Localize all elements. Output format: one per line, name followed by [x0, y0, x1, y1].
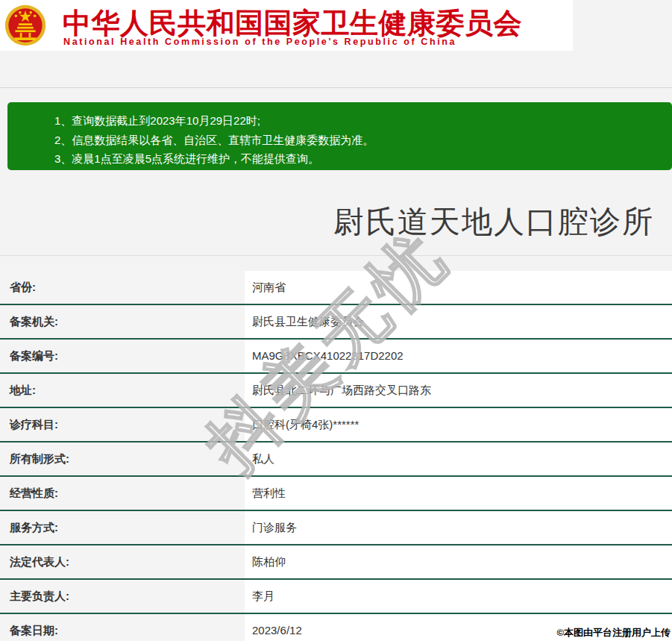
row-label: 经营性质:	[0, 477, 245, 510]
table-row-province: 省份: 河南省	[0, 271, 672, 305]
table-row-filing-number: 备案编号: MA9G8XBCX41022317D2202	[0, 340, 672, 374]
row-label: 备案日期:	[0, 614, 245, 641]
clinic-name-title: 尉氏道天地人口腔诊所	[0, 201, 654, 243]
page: 中华人民共和国国家卫生健康委员会 National Health Commiss…	[0, 0, 672, 641]
record-table: 省份: 河南省 备案机关: 尉氏县卫生健康委员会 备案编号: MA9G8XBCX…	[0, 271, 672, 641]
row-value: 河南省	[245, 271, 672, 304]
row-label: 服务方式:	[0, 511, 245, 544]
table-row-principal: 主要负责人: 李月	[0, 580, 672, 614]
row-value: 尉氏县卫生健康委员会	[245, 305, 672, 338]
row-value: 尉氏县北二环与广场西路交叉口路东	[245, 374, 672, 407]
header-divider	[0, 87, 672, 88]
table-row-service-mode: 服务方式: 门诊服务	[0, 511, 672, 545]
row-label: 地址:	[0, 374, 245, 407]
row-label: 所有制形式:	[0, 443, 245, 475]
row-label: 备案机关:	[0, 305, 245, 338]
table-row-diagnostic-subjects: 诊疗科目: 口腔科(牙椅4张)******	[0, 408, 672, 443]
table-row-address: 地址: 尉氏县北二环与广场西路交叉口路东	[0, 374, 672, 408]
notice-item-3: 3、凌晨1点至凌晨5点系统进行维护，不能提供查询。	[54, 149, 672, 169]
row-value: MA9G8XBCX41022317D2202	[245, 340, 672, 372]
table-row-business-nature: 经营性质: 营利性	[0, 477, 672, 511]
row-label: 法定代表人:	[0, 545, 245, 578]
row-label: 诊疗科目:	[0, 408, 245, 441]
row-label: 主要负责人:	[0, 580, 245, 613]
national-emblem-icon	[4, 1, 47, 49]
row-value: 口腔科(牙椅4张)******	[245, 408, 672, 441]
row-value: 营利性	[245, 477, 672, 510]
table-row-ownership-form: 所有制形式: 私人	[0, 443, 672, 477]
row-value: 门诊服务	[245, 511, 672, 544]
row-value: 私人	[245, 443, 672, 475]
table-row-legal-representative: 法定代表人: 陈柏仰	[0, 545, 672, 580]
notice-box: 1、查询数据截止到2023年10月29日22时; 2、信息数据结果以各省、自治区…	[7, 102, 672, 170]
upload-note: ©本图由平台注册用户上传	[556, 626, 671, 640]
row-value: 李月	[245, 580, 672, 613]
table-row-filing-authority: 备案机关: 尉氏县卫生健康委员会	[0, 305, 672, 340]
row-value: 陈柏仰	[245, 545, 672, 578]
notice-item-1: 1、查询数据截止到2023年10月29日22时;	[54, 111, 672, 131]
table-top-divider	[0, 255, 672, 256]
row-label: 备案编号:	[0, 340, 245, 372]
notice-item-2: 2、信息数据结果以各省、自治区、直辖市卫生健康委数据为准。	[54, 131, 672, 150]
site-header: 中华人民共和国国家卫生健康委员会 National Health Commiss…	[0, 0, 573, 51]
row-label: 省份:	[0, 271, 245, 304]
site-title-english: National Health Commission of the People…	[63, 37, 541, 47]
